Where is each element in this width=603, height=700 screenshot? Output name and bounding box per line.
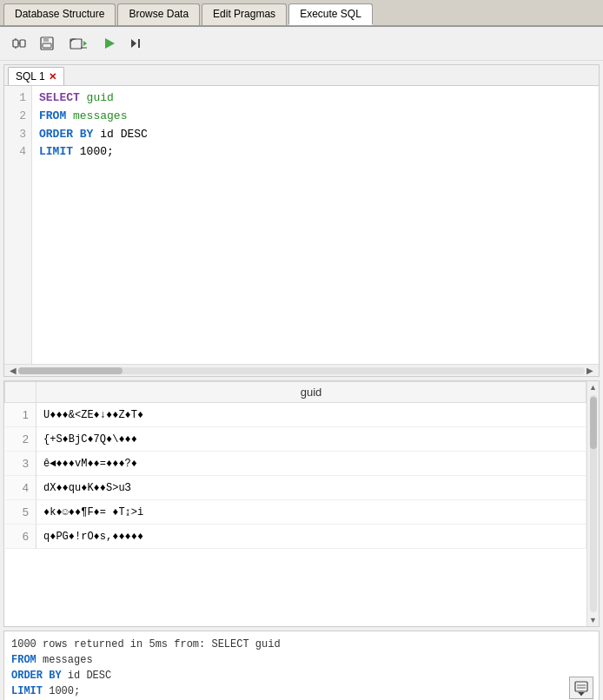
status-line-1: 1000 rows returned in 5ms from: SELECT g… <box>11 637 592 652</box>
guid-value: ♦k♦☺♦♦¶F♦= ♦T↨>i <box>36 500 586 525</box>
guid-value: q♦PG♦!rO♦s,♦♦♦♦♦ <box>36 525 586 549</box>
code-content[interactable]: SELECT guid FROM messages ORDER BY id DE… <box>32 86 599 364</box>
guid-column-header: guid <box>36 382 586 403</box>
connect-icon <box>11 36 27 51</box>
h-scroll-track[interactable] <box>18 367 585 374</box>
tab-bar: Database Structure Browse Data Edit Prag… <box>0 0 603 27</box>
stop-button[interactable] <box>125 32 149 55</box>
row-number: 5 <box>5 500 36 525</box>
table-row: 1U♦♦♦&<ZE♦↓♦♦Z♦T♦ <box>5 403 586 427</box>
scroll-right-icon[interactable]: ▶ <box>585 366 595 375</box>
svg-marker-9 <box>83 41 87 46</box>
scroll-down-icon[interactable]: ▼ <box>587 614 600 626</box>
sql-editor-panel: SQL 1 ✕ 1 2 3 4 SELECT guid FROM message… <box>3 64 600 377</box>
export-icon <box>573 680 589 696</box>
svg-rect-6 <box>43 37 49 42</box>
svg-marker-11 <box>105 38 115 49</box>
results-table-wrap[interactable]: guid 1U♦♦♦&<ZE♦↓♦♦Z♦T♦2{+S♦BjC♦7Q♦\♦♦♦3ê… <box>4 381 586 626</box>
sql-tab-1[interactable]: SQL 1 ✕ <box>8 67 64 85</box>
svg-rect-1 <box>20 40 25 47</box>
results-row: guid 1U♦♦♦&<ZE♦↓♦♦Z♦T♦2{+S♦BjC♦7Q♦\♦♦♦3ê… <box>4 381 599 626</box>
tab-database-structure[interactable]: Database Structure <box>3 3 116 25</box>
scroll-up-icon[interactable]: ▲ <box>587 381 600 393</box>
v-scroll-track[interactable] <box>590 395 597 612</box>
guid-value: {+S♦BjC♦7Q♦\♦♦♦ <box>36 427 586 452</box>
row-num-header <box>5 382 36 403</box>
guid-value: U♦♦♦&<ZE♦↓♦♦Z♦T♦ <box>36 403 586 427</box>
code-line-3: ORDER BY id DESC <box>39 126 592 144</box>
status-line-4: LIMIT 1000; <box>11 683 592 699</box>
results-panel: guid 1U♦♦♦&<ZE♦↓♦♦Z♦T♦2{+S♦BjC♦7Q♦\♦♦♦3ê… <box>3 380 600 627</box>
table-row: 2{+S♦BjC♦7Q♦\♦♦♦ <box>5 427 586 452</box>
row-number: 2 <box>5 427 36 452</box>
code-line-2: FROM messages <box>39 108 592 126</box>
toolbar <box>0 27 603 61</box>
status-line-3: ORDER BY id DESC <box>11 668 592 683</box>
row-number: 1 <box>5 403 36 427</box>
load-button[interactable] <box>63 32 94 55</box>
table-row: 3ê◄♦♦♦vM♦♦=♦♦♦?♦ <box>5 452 586 476</box>
svg-rect-14 <box>575 682 587 691</box>
horizontal-scrollbar[interactable]: ◀ ▶ <box>4 364 599 376</box>
status-line-2: FROM messages <box>11 652 592 668</box>
table-row: 5♦k♦☺♦♦¶F♦= ♦T↨>i <box>5 500 586 525</box>
connect-button[interactable] <box>7 32 31 55</box>
h-scroll-thumb[interactable] <box>18 367 123 374</box>
line-numbers: 1 2 3 4 <box>4 86 32 364</box>
code-line-1: SELECT guid <box>39 89 592 108</box>
load-icon <box>69 36 88 51</box>
svg-rect-7 <box>43 43 51 48</box>
stop-icon <box>130 37 144 50</box>
results-table: guid 1U♦♦♦&<ZE♦↓♦♦Z♦T♦2{+S♦BjC♦7Q♦\♦♦♦3ê… <box>4 381 586 549</box>
guid-value: dX♦♦qu♦K♦♦S>uЗ <box>36 476 586 500</box>
row-number: 6 <box>5 525 36 549</box>
table-row: 4dX♦♦qu♦K♦♦S>uЗ <box>5 476 586 500</box>
guid-value: ê◄♦♦♦vM♦♦=♦♦♦?♦ <box>36 452 586 476</box>
code-line-4: LIMIT 1000; <box>39 143 592 162</box>
run-button[interactable] <box>97 32 122 55</box>
v-scroll-thumb[interactable] <box>590 397 597 449</box>
tab-browse-data[interactable]: Browse Data <box>117 3 200 25</box>
row-number: 3 <box>5 452 36 476</box>
svg-rect-0 <box>13 40 18 47</box>
scroll-left-icon[interactable]: ◀ <box>8 366 18 375</box>
row-number: 4 <box>5 476 36 500</box>
table-row: 6q♦PG♦!rO♦s,♦♦♦♦♦ <box>5 525 586 549</box>
main-content: SQL 1 ✕ 1 2 3 4 SELECT guid FROM message… <box>0 61 603 700</box>
vertical-scrollbar[interactable]: ▲ ▼ <box>586 381 599 626</box>
sql-tab-close-icon[interactable]: ✕ <box>49 72 56 82</box>
sql-tab-bar: SQL 1 ✕ <box>4 65 599 86</box>
status-bar: 1000 rows returned in 5ms from: SELECT g… <box>3 631 600 700</box>
save-icon <box>39 36 55 51</box>
svg-marker-16 <box>578 692 585 696</box>
save-button[interactable] <box>35 32 59 55</box>
tab-execute-sql[interactable]: Execute SQL <box>288 3 373 25</box>
run-icon <box>103 37 116 50</box>
tab-edit-pragmas[interactable]: Edit Pragmas <box>202 3 287 25</box>
export-button[interactable] <box>569 677 593 699</box>
svg-marker-12 <box>131 39 136 48</box>
code-editor[interactable]: 1 2 3 4 SELECT guid FROM messages ORDER … <box>4 86 599 364</box>
